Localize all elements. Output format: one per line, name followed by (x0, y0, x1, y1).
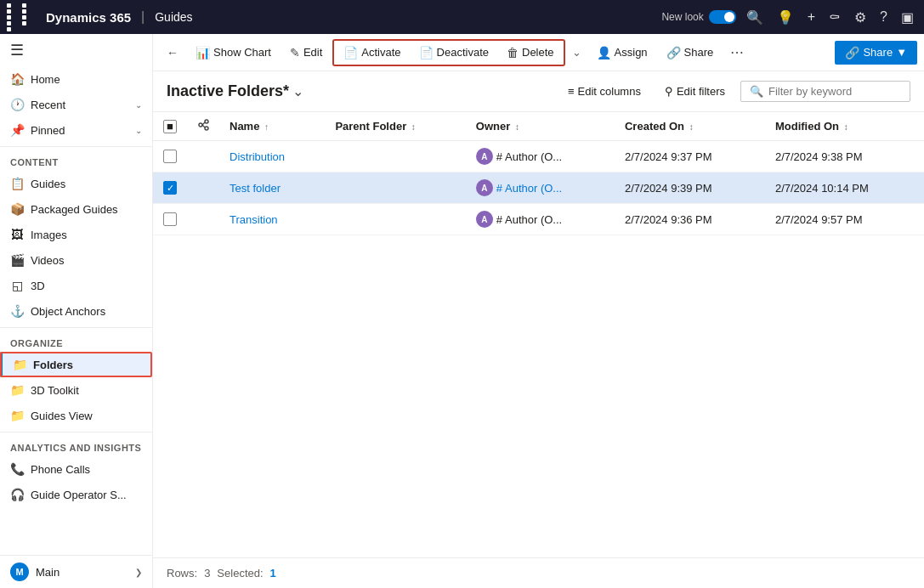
add-icon[interactable]: + (804, 6, 819, 28)
share-btn-icon: 🔗 (845, 46, 859, 59)
activate-button[interactable]: 📄 Activate (335, 42, 409, 64)
edit-filters-button[interactable]: ⚲ Edit filters (656, 81, 734, 102)
command-bar: ← 📊 Show Chart ✎ Edit 📄 Activate 📄 Deact… (153, 34, 924, 71)
sidebar-item-3d[interactable]: ◱ 3D (0, 273, 152, 298)
row-checkbox-3[interactable] (163, 212, 177, 226)
overflow-button[interactable]: ⋯ (723, 40, 751, 65)
row-parent-cell (325, 141, 465, 172)
row-name-cell[interactable]: Transition (219, 204, 325, 235)
owner-sort-icon: ↕ (515, 122, 519, 132)
help-icon[interactable]: ? (876, 6, 891, 28)
row-checkbox-cell[interactable] (153, 141, 187, 172)
created-on-column-header[interactable]: Created On ↕ (615, 112, 765, 141)
sidebar-item-guides[interactable]: 📋 Guides (0, 171, 152, 196)
sidebar-item-phone-calls[interactable]: 📞 Phone Calls (0, 456, 152, 482)
select-all-header[interactable]: ■ (153, 112, 187, 141)
assign-button[interactable]: 👤 Assign (588, 42, 656, 64)
row-tree-cell (187, 204, 219, 235)
anchor-icon: ⚓ (10, 304, 24, 318)
author-text-2[interactable]: # Author (O... (496, 182, 562, 195)
home-icon: 🏠 (10, 72, 24, 86)
row-parent-cell (325, 204, 465, 235)
settings-icon[interactable]: ⚙ (851, 6, 870, 29)
row-name-link[interactable]: Transition (230, 213, 278, 226)
parent-sort-icon: ↕ (411, 122, 416, 132)
row-name-cell[interactable]: Test folder (219, 172, 325, 204)
sidebar-item-videos[interactable]: 🎬 Videos (0, 247, 152, 273)
filter-icon[interactable]: ⚰ (825, 6, 844, 29)
new-look-toggle[interactable] (709, 10, 736, 24)
filter-by-keyword-box[interactable]: 🔍 (740, 81, 910, 102)
row-modified-cell: 2/7/2024 9:38 PM (765, 141, 924, 172)
row-name-cell[interactable]: Distribution (219, 141, 325, 172)
sidebar-item-label: 3D (31, 280, 45, 292)
content-section-label: Content (0, 150, 152, 171)
sidebar-item-folders[interactable]: 📁 Folders (0, 352, 152, 377)
sidebar-item-3d-toolkit[interactable]: 📁 3D Toolkit (0, 377, 152, 403)
more-commands-chevron[interactable]: ⌄ (567, 42, 587, 63)
share-text-button[interactable]: 🔗 Share (658, 42, 723, 64)
main-nav-item[interactable]: M Main ❯ (0, 556, 152, 588)
app-launcher-icon[interactable] (7, 3, 36, 31)
table-row: Distribution A # Author (O... 2/7/2024 9… (153, 141, 924, 172)
sidebar-item-recent[interactable]: 🕐 Recent ⌄ (0, 92, 152, 117)
sidebar-item-pinned[interactable]: 📌 Pinned ⌄ (0, 117, 152, 143)
show-chart-button[interactable]: 📊 Show Chart (187, 42, 280, 64)
owner-col-label: Owner (476, 120, 510, 133)
delete-button[interactable]: 🗑 Delete (498, 42, 563, 64)
guides-icon: 📋 (10, 177, 24, 190)
modified-on-column-header[interactable]: Modified On ↕ (765, 112, 924, 141)
table-footer: Rows: 3 Selected: 1 (153, 557, 924, 588)
sidebar-item-guide-operator[interactable]: 🎧 Guide Operator S... (0, 482, 152, 507)
edit-icon: ✎ (290, 46, 300, 59)
row-modified-cell: 2/7/2024 9:57 PM (765, 204, 924, 235)
row-owner-cell: A # Author (O... (466, 172, 615, 204)
packaged-guides-icon: 📦 (10, 202, 24, 216)
feedback-icon[interactable]: ▣ (898, 6, 917, 29)
sidebar-item-home[interactable]: 🏠 Home (0, 66, 152, 92)
share-button[interactable]: 🔗 Share ▼ (835, 41, 917, 65)
organize-section-label: Organize (0, 331, 152, 352)
view-dropdown-button[interactable]: ⌄ (292, 83, 303, 99)
pinned-icon: 📌 (10, 123, 24, 137)
row-name-link[interactable]: Distribution (230, 150, 285, 163)
svg-point-2 (205, 127, 208, 130)
sidebar-hamburger[interactable]: ☰ (0, 34, 152, 66)
sidebar-item-packaged-guides[interactable]: 📦 Packaged Guides (0, 196, 152, 222)
owner-column-header[interactable]: Owner ↕ (466, 112, 615, 141)
filter-input[interactable] (768, 85, 896, 98)
row-checkbox-cell[interactable] (153, 204, 187, 235)
select-all-checkbox[interactable]: ■ (163, 120, 177, 133)
table-row: ✓ Test folder A # Author (O... (153, 172, 924, 204)
edit-columns-icon: ≡ (568, 85, 575, 98)
name-column-header[interactable]: Name ↑ (219, 112, 325, 141)
deactivate-button[interactable]: 📄 Deactivate (411, 42, 497, 64)
parent-folder-column-header[interactable]: Parent Folder ↕ (325, 112, 465, 141)
lightbulb-icon[interactable]: 💡 (774, 6, 797, 29)
sidebar-item-label: Guides View (31, 410, 93, 422)
sidebar-item-object-anchors[interactable]: ⚓ Object Anchors (0, 298, 152, 324)
sidebar-item-guides-view[interactable]: 📁 Guides View (0, 403, 152, 428)
search-icon[interactable]: 🔍 (743, 6, 767, 29)
row-checkbox-2[interactable]: ✓ (163, 181, 177, 195)
edit-button[interactable]: ✎ Edit (281, 42, 331, 64)
sidebar-item-images[interactable]: 🖼 Images (0, 222, 152, 247)
selected-count: 1 (270, 567, 276, 580)
deactivate-label: Deactivate (437, 46, 489, 59)
row-checkbox-cell[interactable]: ✓ (153, 172, 187, 204)
main-label: Main (36, 566, 60, 579)
row-created-cell: 2/7/2024 9:39 PM (615, 172, 765, 204)
row-name-link[interactable]: Test folder (230, 182, 281, 195)
sidebar-item-label: Folders (33, 359, 73, 371)
created-col-label: Created On (625, 120, 684, 133)
tree-expand-header[interactable] (187, 112, 219, 141)
row-created-cell: 2/7/2024 9:37 PM (615, 141, 765, 172)
row-tree-cell (187, 172, 219, 204)
analytics-section-label: Analytics and Insights (0, 436, 152, 456)
activate-label: Activate (361, 46, 400, 59)
edit-columns-button[interactable]: ≡ Edit columns (559, 81, 649, 102)
sidebar-item-label: Recent (31, 99, 65, 111)
parent-col-label: Parent Folder (335, 120, 406, 133)
row-checkbox-1[interactable] (163, 150, 177, 163)
back-button[interactable]: ← (160, 42, 185, 64)
